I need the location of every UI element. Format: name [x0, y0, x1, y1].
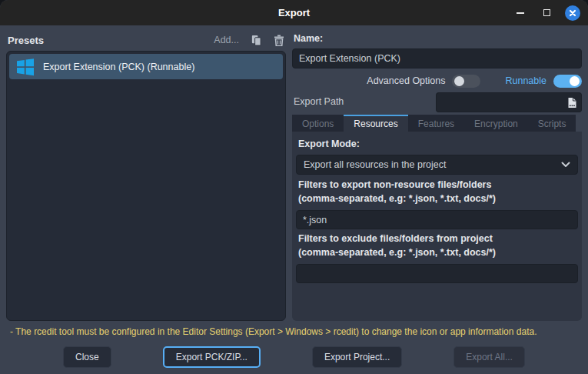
- include-filters-hint: (comma-separated, e.g: *.json, *.txt, do…: [298, 193, 496, 204]
- presets-list: Export Extension (PCK) (Runnable): [6, 51, 286, 321]
- window-controls: [513, 0, 580, 25]
- tab-options[interactable]: Options: [292, 115, 344, 132]
- export-mode-dropdown[interactable]: Export all resources in the project: [296, 155, 578, 175]
- minimize-button[interactable]: [513, 5, 528, 21]
- duplicate-preset-button[interactable]: [251, 35, 262, 46]
- export-path-label: Export Path: [294, 96, 344, 107]
- add-preset-button[interactable]: Add...: [214, 35, 239, 45]
- duplicate-icon: [251, 35, 262, 46]
- presets-actions: Add...: [214, 35, 284, 46]
- trash-icon: [274, 35, 284, 46]
- export-path-row: Export Path: [292, 92, 582, 112]
- close-dialog-button[interactable]: Close: [63, 346, 111, 368]
- window-title: Export: [278, 7, 310, 18]
- maximize-icon: [543, 9, 550, 16]
- toggle-knob: [570, 76, 580, 86]
- exclude-filters-hint: (comma-separated, e.g: *.json, *.txt, do…: [298, 247, 496, 258]
- presets-title: Presets: [8, 35, 44, 46]
- minimize-icon: [517, 12, 524, 14]
- maximize-button[interactable]: [539, 5, 554, 21]
- titlebar: Export: [0, 0, 588, 25]
- name-label: Name:: [294, 33, 323, 44]
- close-icon: [569, 9, 576, 17]
- file-browse-icon: [567, 97, 577, 109]
- tab-resources[interactable]: Resources: [344, 115, 407, 132]
- toggles-row: Advanced Options Runnable: [367, 74, 582, 88]
- runnable-toggle[interactable]: [553, 75, 582, 88]
- rcedit-warning-text: - The rcedit tool must be configured in …: [10, 326, 579, 337]
- tab-encryption[interactable]: Encryption: [464, 115, 528, 132]
- resources-tab-panel: Export Mode: Export all resources in the…: [292, 132, 582, 321]
- close-button[interactable]: [565, 5, 580, 21]
- preset-item-selected[interactable]: Export Extension (PCK) (Runnable): [9, 54, 283, 79]
- export-mode-value: Export all resources in the project: [304, 159, 561, 170]
- export-path-input[interactable]: [436, 92, 563, 112]
- tab-features[interactable]: Features: [408, 115, 464, 132]
- export-pck-zip-button[interactable]: Export PCK/ZIP...: [163, 346, 261, 368]
- runnable-label: Runnable: [505, 75, 546, 86]
- name-input[interactable]: [292, 48, 582, 68]
- windows-logo-icon: [16, 58, 35, 76]
- dialog-buttons: Close Export PCK/ZIP... Export Project..…: [63, 346, 525, 368]
- export-path-browse-button[interactable]: [563, 92, 582, 112]
- export-tabs: Options Resources Features Encryption Sc…: [292, 115, 576, 132]
- chevron-down-icon: [561, 162, 570, 168]
- include-filters-input[interactable]: [296, 210, 578, 229]
- advanced-options-label: Advanced Options: [367, 75, 445, 86]
- tab-scripts[interactable]: Scripts: [528, 115, 576, 132]
- include-filters-label: Filters to export non-resource files/fol…: [298, 179, 491, 190]
- toggle-knob: [454, 76, 464, 86]
- export-mode-label: Export Mode:: [298, 139, 360, 149]
- advanced-options-toggle[interactable]: [452, 75, 480, 88]
- exclude-filters-label: Filters to exclude files/folders from pr…: [298, 233, 493, 244]
- export-dialog: Export Presets Add...: [0, 0, 588, 374]
- exclude-filters-input[interactable]: [296, 264, 578, 283]
- delete-preset-button[interactable]: [274, 35, 284, 46]
- export-all-button[interactable]: Export All...: [453, 346, 525, 368]
- presets-header: Presets Add...: [8, 32, 284, 48]
- export-project-button[interactable]: Export Project...: [312, 346, 402, 368]
- preset-item-label: Export Extension (PCK) (Runnable): [43, 62, 194, 72]
